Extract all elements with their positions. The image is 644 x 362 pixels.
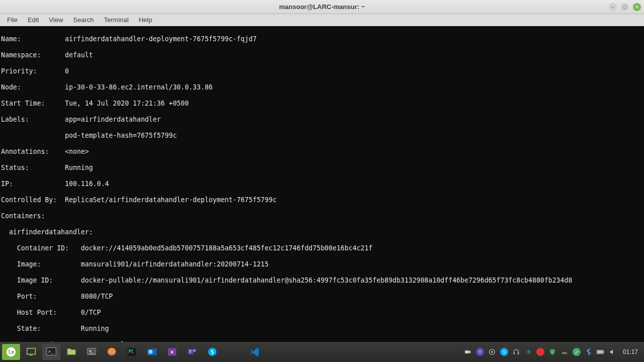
folder-icon xyxy=(66,346,77,357)
svg-text:lm: lm xyxy=(8,349,15,355)
onenote-icon: N xyxy=(167,346,178,357)
svg-text:S: S xyxy=(211,349,214,355)
desktop-icon xyxy=(26,346,37,357)
menu-terminal[interactable]: Terminal xyxy=(100,15,133,25)
battery-tray-icon[interactable] xyxy=(597,348,605,356)
firefox-icon xyxy=(106,346,117,357)
image-icon xyxy=(86,346,97,357)
term-line: Port: 8080/TCP xyxy=(1,293,643,301)
bluetooth-icon[interactable] xyxy=(585,348,593,356)
taskbar-firefox[interactable] xyxy=(103,344,121,360)
svg-rect-26 xyxy=(526,351,527,352)
network-tray-icon[interactable] xyxy=(560,348,569,356)
term-line: IP: 100.116.0.4 xyxy=(1,180,643,188)
term-line: Status: Running xyxy=(1,164,643,172)
term-line: pod-template-hash=7675f5799c xyxy=(1,132,643,140)
svg-rect-2 xyxy=(27,348,36,354)
taskbar-skype[interactable]: S xyxy=(203,344,221,360)
svg-rect-29 xyxy=(528,353,529,354)
taskbar-files[interactable] xyxy=(62,344,80,360)
skype-icon: S xyxy=(207,346,218,357)
term-line: Name: airfinderdatahandler-deployment-76… xyxy=(1,35,643,43)
minimize-button[interactable]: – xyxy=(609,3,617,11)
menu-help[interactable]: Help xyxy=(135,15,156,25)
teams-icon: T xyxy=(187,346,198,357)
maximize-button[interactable]: □ xyxy=(621,3,629,11)
notification-icon[interactable] xyxy=(536,348,544,356)
term-line: Controlled By: ReplicaSet/airfinderdatah… xyxy=(1,196,643,204)
menubar: File Edit View Search Terminal Help xyxy=(0,14,644,26)
svg-rect-3 xyxy=(30,355,33,356)
svg-point-17 xyxy=(193,349,196,352)
mint-logo-icon: lm xyxy=(6,346,17,357)
menu-edit[interactable]: Edit xyxy=(24,15,43,25)
svg-text:T: T xyxy=(189,349,192,354)
taskbar-show-desktop[interactable] xyxy=(22,344,40,360)
svg-rect-21 xyxy=(465,350,469,353)
svg-text:>_: >_ xyxy=(48,348,54,354)
taskbar-terminal[interactable]: >_ xyxy=(42,344,60,360)
terminal-output[interactable]: Name: airfinderdatahandler-deployment-76… xyxy=(0,26,644,342)
svg-text:O: O xyxy=(149,350,151,354)
menu-file[interactable]: File xyxy=(3,15,22,25)
window-buttons: – □ × xyxy=(609,3,641,11)
camera-icon[interactable] xyxy=(464,348,472,356)
outlook-icon: O xyxy=(146,346,157,357)
svg-text:PC: PC xyxy=(129,349,134,354)
svg-rect-32 xyxy=(603,351,604,353)
menu-search[interactable]: Search xyxy=(69,15,98,25)
taskbar-images[interactable] xyxy=(83,344,101,360)
svg-point-7 xyxy=(89,350,91,352)
term-line: Node: ip-30-0-33-86.ec2.internal/30.0.33… xyxy=(1,83,643,92)
term-line: State: Running xyxy=(1,325,643,333)
start-menu-button[interactable]: lm xyxy=(2,344,20,360)
term-line: Labels: app=airfinderdatahandler xyxy=(1,116,643,124)
pycharm-icon: PC xyxy=(126,346,137,357)
svg-text:N: N xyxy=(171,350,173,354)
titlebar: mansoor@LARC-mansur: ~ – □ × xyxy=(0,0,644,14)
term-line: Host Port: 0/TCP xyxy=(1,309,643,317)
system-tray: T S ✓ 01:17 xyxy=(464,348,642,356)
taskbar-vscode[interactable] xyxy=(246,344,264,360)
term-line: airfinderdatahandler: xyxy=(1,228,643,236)
terminal-icon: >_ xyxy=(46,346,57,357)
teams-tray-icon[interactable]: T xyxy=(476,348,484,356)
slack-tray-icon[interactable] xyxy=(524,348,532,356)
skype-tray-icon[interactable]: S xyxy=(500,348,508,356)
svg-rect-27 xyxy=(528,350,529,351)
taskbar: lm >_ PC O N T S T S ✓ xyxy=(0,342,644,362)
term-line: Priority: 0 xyxy=(1,67,643,75)
privacy-icon[interactable] xyxy=(488,348,496,356)
close-button[interactable]: × xyxy=(633,3,641,11)
volume-tray-icon[interactable] xyxy=(609,348,617,356)
menu-view[interactable]: View xyxy=(45,15,67,25)
svg-rect-28 xyxy=(529,351,530,352)
term-line: Image ID: docker-pullable://mansurali901… xyxy=(1,277,643,285)
taskbar-outlook[interactable]: O xyxy=(143,344,161,360)
svg-rect-31 xyxy=(598,351,602,353)
term-line: Image: mansurali901/airfinderdatahandler… xyxy=(1,260,643,268)
taskbar-onenote[interactable]: N xyxy=(163,344,181,360)
term-line: Namespace: default xyxy=(1,51,643,59)
svg-point-23 xyxy=(491,351,493,353)
svg-rect-25 xyxy=(518,352,519,354)
term-line: Annotations: <none> xyxy=(1,148,643,156)
term-line: Start Time: Tue, 14 Jul 2020 17:21:36 +0… xyxy=(1,100,643,108)
headphone-tray-icon[interactable] xyxy=(512,348,520,356)
vscode-icon xyxy=(249,346,260,357)
taskbar-pycharm[interactable]: PC xyxy=(123,344,141,360)
shield-tray-icon[interactable] xyxy=(548,348,556,356)
clock[interactable]: 01:17 xyxy=(623,348,638,355)
taskbar-teams[interactable]: T xyxy=(183,344,201,360)
svg-rect-24 xyxy=(514,352,515,354)
term-line: Containers: xyxy=(1,212,643,220)
status-ok-icon[interactable]: ✓ xyxy=(573,348,581,356)
window-title: mansoor@LARC-mansur: ~ xyxy=(279,3,365,11)
term-line: Container ID: docker://414059ab0ed5adb57… xyxy=(1,244,643,252)
